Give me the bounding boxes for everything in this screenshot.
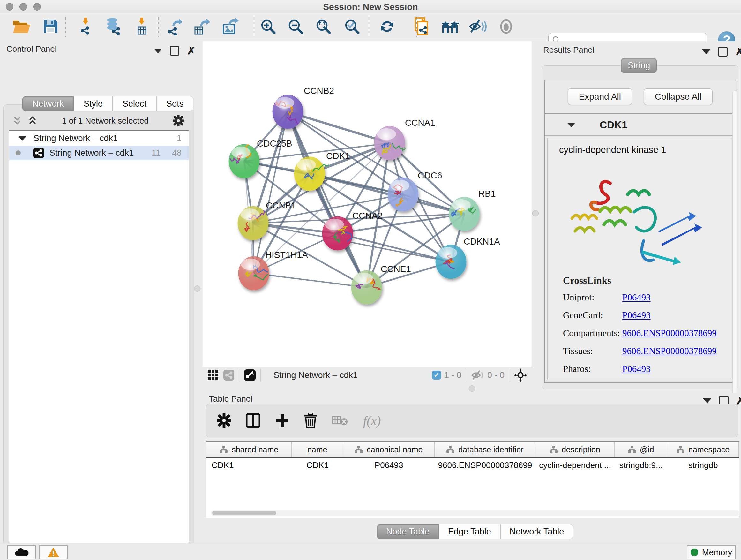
export-table-button[interactable] (192, 17, 214, 36)
table-hscroll-thumb[interactable] (212, 511, 276, 515)
panel-menu-icon[interactable] (154, 49, 162, 53)
memory-button[interactable]: Memory (687, 545, 736, 559)
clone-network-button[interactable] (411, 17, 433, 36)
panel-close-icon[interactable]: ✗ (187, 47, 196, 55)
cell-shared-name[interactable]: CDK1 (206, 460, 292, 470)
collapse-all-icon[interactable] (12, 115, 23, 126)
column-label: @id (640, 445, 654, 454)
column-header-canonical-name[interactable]: canonical name (343, 442, 434, 457)
node-CCNE1[interactable]: CCNE1 (351, 264, 411, 304)
first-neighbors-button[interactable] (439, 17, 461, 36)
panel-float-icon[interactable] (718, 47, 728, 57)
column-type-icon (676, 446, 684, 453)
save-session-button[interactable] (39, 17, 62, 36)
warning-button[interactable] (39, 545, 68, 559)
panel-close-icon[interactable]: ✗ (736, 397, 741, 405)
cloud-button[interactable] (7, 545, 36, 559)
import-database-button[interactable] (102, 17, 124, 36)
zoom-in-button[interactable] (257, 17, 279, 36)
import-network-button[interactable] (75, 17, 97, 36)
tab-node-table[interactable]: Node Table (377, 524, 439, 539)
expand-all-button[interactable]: Expand All (568, 88, 632, 105)
show-columns-icon[interactable] (246, 413, 260, 428)
export-network-button[interactable] (164, 17, 187, 36)
network-tab-panel: 1 of 1 Network selected String Network –… (3, 105, 194, 560)
column-header-namespace[interactable]: namespace (667, 442, 739, 457)
network-options-gear-icon[interactable] (173, 115, 184, 126)
table-row[interactable]: CDK1CDK1P064939606.ENSP00000378699cyclin… (206, 458, 739, 473)
zoom-selected-button[interactable] (341, 17, 363, 36)
column-header-database-identifier[interactable]: database identifier (434, 442, 536, 457)
crosslink-link[interactable]: P06493 (622, 364, 651, 374)
crosslink-label: Pharos: (563, 364, 622, 374)
expand-all-icon[interactable] (27, 115, 38, 126)
tab-style[interactable]: Style (74, 96, 113, 111)
column-header-name[interactable]: name (292, 442, 343, 457)
export-network-icon (166, 17, 185, 36)
crosslink-link[interactable]: 9606.ENSP00000378699 (622, 328, 717, 338)
add-column-icon[interactable] (275, 414, 289, 428)
tab-edge-table[interactable]: Edge Table (439, 524, 500, 539)
network-row-selected[interactable]: String Network – cdk1 11 48 (9, 145, 189, 160)
column-label: database identifier (458, 445, 523, 454)
node-CDC25B[interactable]: CDC25B (229, 138, 292, 178)
right-splitter-handle[interactable] (532, 210, 539, 216)
cell--id[interactable]: stringdb:9... (615, 460, 667, 470)
column-header--id[interactable]: @id (615, 442, 667, 457)
node-CCNB1[interactable]: CCNB1 (238, 200, 296, 240)
cell-name[interactable]: CDK1 (292, 460, 343, 470)
column-type-icon (549, 446, 558, 453)
tab-select[interactable]: Select (113, 96, 156, 111)
cell-namespace[interactable]: stringdb (667, 460, 739, 470)
panel-menu-icon[interactable] (702, 50, 711, 54)
panel-float-icon[interactable] (170, 46, 179, 56)
tree-expand-icon[interactable] (18, 136, 26, 141)
cell-database-identifier[interactable]: 9606.ENSP00000378699 (434, 460, 536, 470)
network-collection-row[interactable]: String Network – cdk1 1 (9, 131, 189, 145)
column-header-shared-name[interactable]: shared name (206, 442, 292, 457)
node-CCNA1[interactable]: CCNA1 (374, 118, 435, 160)
pan-crosshair-icon[interactable] (514, 368, 527, 382)
zoom-out-button[interactable] (284, 17, 307, 36)
network-canvas[interactable]: CCNB2 CCNA1 CDC25B CDK1 CDC6 RB1 (203, 41, 532, 367)
node-HIST1H1A[interactable]: HIST1H1A (239, 250, 308, 290)
delete-column-icon[interactable] (304, 413, 317, 428)
crosslink-link[interactable]: P06493 (622, 292, 651, 303)
table-header-row: shared namenamecanonical namedatabase id… (206, 442, 739, 458)
column-header-description[interactable]: description (536, 442, 615, 457)
gene-card-header[interactable]: CDK1 (545, 114, 736, 136)
import-table-button[interactable] (131, 17, 153, 36)
crosslink-link[interactable]: P06493 (622, 310, 651, 320)
cell-description[interactable]: cyclin-dependent ... (536, 460, 615, 470)
node-CDKN1A[interactable]: CDKN1A (435, 237, 500, 279)
export-image-button[interactable] (220, 17, 242, 36)
selected-checkbox-icon[interactable]: ✓ (432, 371, 441, 380)
clone-network-icon (413, 17, 430, 36)
network-view-title: String Network – cdk1 (273, 370, 358, 380)
refresh-view-button[interactable] (376, 17, 398, 36)
left-splitter-handle[interactable] (194, 286, 200, 292)
node-label-CCNA2: CCNA2 (352, 211, 383, 221)
hide-selected-button[interactable] (467, 17, 489, 36)
crosslink-link[interactable]: 9606.ENSP00000378699 (622, 346, 717, 356)
horizontal-splitter-handle[interactable] (469, 385, 475, 392)
tab-sets[interactable]: Sets (156, 96, 193, 111)
crosslink-row: Pharos: P06493 (563, 364, 717, 374)
collapse-all-button[interactable]: Collapse All (644, 88, 713, 105)
cell-canonical-name[interactable]: P06493 (343, 460, 434, 470)
open-session-button[interactable] (10, 17, 33, 36)
panel-menu-icon[interactable] (703, 398, 711, 403)
node-label-CDC25B: CDC25B (257, 138, 292, 148)
zoom-fit-button[interactable] (312, 17, 334, 36)
column-label: shared name (232, 445, 278, 454)
open-external-icon[interactable] (244, 369, 256, 381)
birds-eye-view-icon[interactable] (208, 370, 219, 381)
node-RB1[interactable]: RB1 (449, 189, 495, 231)
tab-string[interactable]: String (621, 58, 657, 73)
table-gear-icon[interactable] (217, 414, 231, 428)
collapse-section-icon[interactable] (567, 123, 576, 127)
tab-network-table[interactable]: Network Table (500, 524, 574, 539)
tab-network[interactable]: Network (22, 96, 74, 111)
panel-close-icon[interactable]: ✗ (735, 48, 741, 56)
results-scrollbar[interactable] (732, 91, 738, 413)
